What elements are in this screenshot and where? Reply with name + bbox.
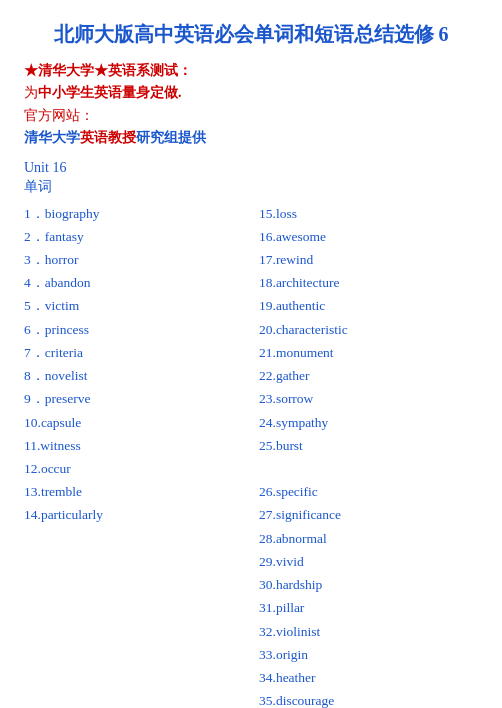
list-item: 6．princess — [24, 318, 243, 341]
list-item: 25.burst — [259, 434, 478, 457]
word-columns: 1．biography2．fantasy3．horror4．abandon5．v… — [24, 202, 478, 708]
list-item: 2．fantasy — [24, 225, 243, 248]
vocab-label: 单词 — [24, 178, 478, 196]
list-item: 31.pillar — [259, 596, 478, 619]
promo-block: ★清华大学★英语系测试： 为中小学生英语量身定做. 官方网站： 清华大学英语教授… — [24, 60, 478, 150]
unit-title: Unit 16 — [24, 160, 478, 176]
list-item: 16.awesome — [259, 225, 478, 248]
list-item: 8．novelist — [24, 364, 243, 387]
list-item: 22.gather — [259, 364, 478, 387]
list-item: 26.specific — [259, 480, 478, 503]
list-item: 30.hardship — [259, 573, 478, 596]
left-column: 1．biography2．fantasy3．horror4．abandon5．v… — [24, 202, 251, 708]
right-column: 15.loss16.awesome17.rewind18.architectur… — [251, 202, 478, 708]
list-item: 7．criteria — [24, 341, 243, 364]
promo-link-line: 清华大学英语教授研究组提供 — [24, 127, 478, 149]
list-item: 1．biography — [24, 202, 243, 225]
list-item — [259, 457, 478, 480]
list-item: 14.particularly — [24, 503, 243, 526]
list-item: 12.occur — [24, 457, 243, 480]
promo-line1: ★清华大学★英语系测试： — [24, 60, 478, 82]
promo-line2: 为中小学生英语量身定做. — [24, 82, 478, 104]
list-item: 4．abandon — [24, 271, 243, 294]
list-item: 35.discourage — [259, 689, 478, 708]
list-item: 27.significance — [259, 503, 478, 526]
list-item: 15.loss — [259, 202, 478, 225]
list-item: 23.sorrow — [259, 387, 478, 410]
list-item: 19.authentic — [259, 294, 478, 317]
list-item: 3．horror — [24, 248, 243, 271]
page-title: 北师大版高中英语必会单词和短语总结选修 6 — [24, 20, 478, 48]
promo-line3: 官方网站： — [24, 105, 478, 127]
list-item: 20.characteristic — [259, 318, 478, 341]
list-item: 11.witness — [24, 434, 243, 457]
page-header: 北师大版高中英语必会单词和短语总结选修 6 — [24, 20, 478, 48]
list-item: 13.tremble — [24, 480, 243, 503]
list-item: 29.vivid — [259, 550, 478, 573]
list-item: 28.abnormal — [259, 527, 478, 550]
list-item: 17.rewind — [259, 248, 478, 271]
list-item: 18.architecture — [259, 271, 478, 294]
list-item: 33.origin — [259, 643, 478, 666]
list-item: 9．preserve — [24, 387, 243, 410]
list-item: 24.sympathy — [259, 411, 478, 434]
list-item: 5．victim — [24, 294, 243, 317]
list-item: 10.capsule — [24, 411, 243, 434]
list-item: 34.heather — [259, 666, 478, 689]
list-item: 21.monument — [259, 341, 478, 364]
list-item: 32.violinist — [259, 620, 478, 643]
